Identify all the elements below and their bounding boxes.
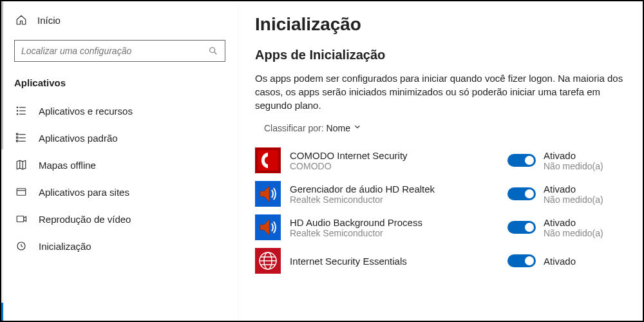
sort-label: Classificar por: (264, 123, 324, 133)
svg-line-1 (214, 52, 217, 55)
video-icon (15, 213, 27, 225)
svg-point-7 (17, 114, 18, 115)
app-row: Internet Security EssentialsAtivado (255, 244, 623, 278)
toggle-switch[interactable] (507, 154, 536, 167)
app-info: HD Audio Background ProcessRealtek Semic… (290, 217, 498, 238)
app-publisher: Realtek Semiconductor (290, 228, 498, 238)
app-row: HD Audio Background ProcessRealtek Semic… (255, 211, 623, 244)
svg-point-0 (210, 48, 215, 53)
toggle-switch[interactable] (507, 187, 536, 200)
svg-rect-13 (17, 140, 18, 142)
sort-value: Nome (327, 123, 350, 133)
map-icon (15, 159, 27, 171)
search-box[interactable] (14, 40, 225, 62)
app-name: HD Audio Background Process (290, 217, 498, 228)
startup-apps-list: COMODO Internet SecurityCOMODOAtivadoNão… (255, 144, 623, 278)
section-description: Os apps podem ser configurados para inic… (255, 71, 623, 112)
app-publisher: Realtek Semiconductor (290, 194, 498, 205)
toggle-impact: Não medido(a) (544, 161, 603, 171)
sidebar-item-video-playback[interactable]: Reprodução de vídeo (1, 205, 238, 232)
globe-icon (255, 248, 281, 274)
toggle-switch[interactable] (507, 221, 536, 234)
defaults-icon (15, 132, 27, 144)
main-content: Inicialização Apps de Inicialização Os a… (238, 1, 643, 321)
scrollbar-indicator (1, 303, 3, 321)
sidebar-scrollbar[interactable] (1, 1, 3, 321)
app-info: COMODO Internet SecurityCOMODO (290, 150, 498, 171)
svg-rect-12 (17, 137, 18, 138)
sidebar-item-default-apps[interactable]: Aplicativos padrão (1, 124, 238, 151)
toggle-text: AtivadoNão medido(a) (544, 184, 603, 205)
app-info: Internet Security Essentials (290, 256, 498, 267)
sidebar-item-apps-for-websites[interactable]: Aplicativos para sites (1, 178, 238, 205)
svg-rect-11 (17, 133, 18, 135)
app-name: Gerenciador de áudio HD Realtek (290, 184, 498, 194)
sort-control[interactable]: Classificar por: Nome (255, 122, 623, 133)
toggle-status: Ativado (544, 256, 576, 267)
toggle-text: Ativado (544, 256, 576, 267)
page-title: Inicialização (255, 14, 623, 35)
svg-rect-18 (17, 216, 24, 222)
app-toggle-column: AtivadoNão medido(a) (507, 150, 623, 171)
nav-label: Aplicativos e recursos (39, 106, 133, 117)
comodo-icon (255, 147, 281, 173)
toggle-impact: Não medido(a) (544, 194, 603, 205)
sidebar-item-apps-features[interactable]: Aplicativos e recursos (1, 97, 238, 124)
startup-icon (15, 240, 27, 252)
toggle-status: Ativado (544, 184, 603, 194)
app-toggle-column: Ativado (507, 254, 623, 267)
sidebar-item-startup[interactable]: Inicialização (1, 232, 238, 260)
scrollbar-thumb[interactable] (1, 1, 3, 149)
toggle-status: Ativado (544, 217, 603, 228)
app-row: Gerenciador de áudio HD RealtekRealtek S… (255, 177, 623, 211)
speaker-icon (255, 181, 281, 207)
app-info: Gerenciador de áudio HD RealtekRealtek S… (290, 184, 498, 205)
sidebar: Início Aplicativos Aplicativos e recurso… (1, 1, 238, 321)
app-toggle-column: AtivadoNão medido(a) (507, 217, 623, 238)
chevron-down-icon (353, 122, 362, 133)
toggle-impact: Não medido(a) (544, 228, 603, 238)
app-publisher: COMODO (290, 161, 498, 171)
window-icon (15, 186, 27, 198)
svg-rect-16 (17, 189, 26, 196)
toggle-text: AtivadoNão medido(a) (544, 150, 603, 171)
app-name: Internet Security Essentials (290, 256, 498, 267)
nav-label: Mapas offline (39, 160, 96, 171)
search-input[interactable] (21, 46, 208, 56)
list-icon (15, 105, 27, 117)
home-link[interactable]: Início (1, 9, 238, 31)
toggle-text: AtivadoNão medido(a) (544, 217, 603, 238)
nav-label: Aplicativos para sites (39, 187, 129, 198)
home-label: Início (37, 15, 61, 26)
app-row: COMODO Internet SecurityCOMODOAtivadoNão… (255, 144, 623, 177)
toggle-switch[interactable] (507, 254, 536, 267)
nav-list: Aplicativos e recursos Aplicativos padrã… (1, 97, 238, 321)
section-title: Apps de Inicialização (255, 48, 623, 62)
speaker-icon (255, 214, 281, 240)
search-icon (208, 46, 218, 56)
svg-point-5 (17, 107, 18, 108)
sidebar-item-offline-maps[interactable]: Mapas offline (1, 151, 238, 178)
nav-label: Reprodução de vídeo (39, 214, 131, 225)
app-name: COMODO Internet Security (290, 150, 498, 161)
home-icon (15, 14, 27, 26)
toggle-status: Ativado (544, 150, 603, 161)
nav-label: Aplicativos padrão (39, 133, 118, 144)
svg-point-6 (17, 110, 18, 111)
category-header: Aplicativos (1, 73, 238, 97)
app-toggle-column: AtivadoNão medido(a) (507, 184, 623, 205)
nav-label: Inicialização (39, 241, 91, 252)
